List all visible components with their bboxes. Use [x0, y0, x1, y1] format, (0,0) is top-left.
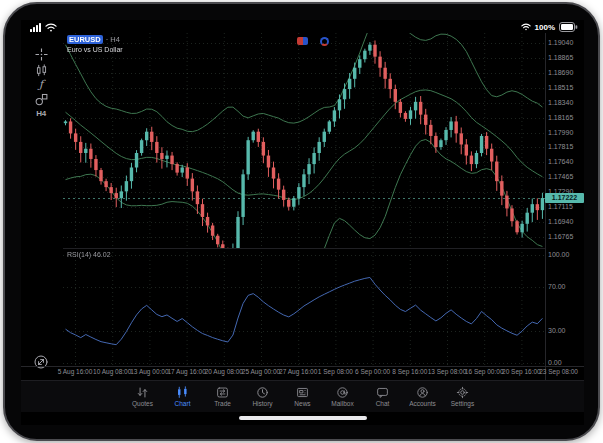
crosshair-icon	[35, 48, 48, 61]
price-tick-label: 1.17115	[548, 203, 573, 210]
tab-chart[interactable]: Chart	[166, 386, 200, 407]
price-tick-label: 1.16765	[548, 233, 573, 240]
indicator-function-icon: ƒ	[39, 80, 43, 90]
price-tick-label: 1.18690	[548, 69, 573, 76]
price-tick-label: 1.18515	[548, 84, 573, 91]
price-tick-label: 1.19040	[548, 39, 573, 46]
rsi-indicator-label: RSI(14) 46.02	[67, 251, 111, 258]
chart-type-button[interactable]	[25, 63, 57, 78]
crosshair-button[interactable]	[25, 47, 57, 62]
chart-candles-icon	[176, 386, 189, 399]
currency-flags-icon[interactable]	[297, 37, 308, 45]
time-tick-label: 5 Aug 16:00	[58, 368, 93, 375]
chart-toolbar: ƒ H4	[25, 34, 57, 414]
price-chart-canvas[interactable]	[63, 33, 545, 248]
quotes-arrows-icon	[136, 386, 149, 399]
tab-mailbox[interactable]: Mailbox	[326, 386, 360, 407]
symbol-description: Euro vs US Dollar	[67, 45, 123, 54]
price-tick-label: 1.18865	[548, 54, 573, 61]
rsi-tick-label: 100.00	[548, 251, 569, 258]
tab-settings[interactable]: Settings	[446, 386, 480, 407]
tab-quotes[interactable]: Quotes	[126, 386, 160, 407]
sessions-clock-icon[interactable]	[320, 37, 329, 46]
timeframe-button[interactable]: H4	[25, 106, 57, 121]
candlestick-type-icon	[35, 64, 48, 77]
time-tick-label: 17 Aug 16:00	[167, 368, 205, 375]
tab-history[interactable]: History	[246, 386, 280, 407]
settings-gear-icon	[456, 386, 469, 399]
time-tick-label: 16 Sep 00:00	[465, 368, 504, 375]
time-axis: 5 Aug 16:0010 Aug 08:0013 Aug 00:0017 Au…	[21, 368, 584, 379]
tab-chat[interactable]: Chat	[366, 386, 400, 407]
rsi-tick-label: 30.00	[548, 327, 566, 334]
chat-bubble-icon	[376, 386, 389, 399]
home-indicator[interactable]	[239, 416, 367, 420]
time-tick-label: 20 Sep 16:00	[502, 368, 541, 375]
time-tick-label: 1 Sep 08:00	[318, 368, 353, 375]
price-tick-label: 1.17815	[548, 143, 573, 150]
price-tick-label: 1.17990	[548, 129, 573, 136]
time-tick-label: 13 Sep 08:00	[428, 368, 467, 375]
rsi-tick-label: 0.00	[548, 359, 562, 366]
price-tick-label: 1.17465	[548, 173, 573, 180]
timeframe-label: H4	[36, 109, 46, 118]
rsi-tick-label: 70.00	[548, 283, 566, 290]
objects-button[interactable]	[25, 92, 57, 107]
screen: 100% ƒ	[21, 20, 584, 425]
price-tick-label: 1.16940	[548, 218, 573, 225]
time-tick-label: 23 Sep 08:00	[539, 368, 578, 375]
wifi-icon	[45, 23, 57, 32]
symbol-badge[interactable]: EURUSD	[67, 35, 103, 44]
news-newspaper-icon	[296, 386, 309, 399]
time-tick-label: 27 Aug 16:00	[279, 368, 317, 375]
status-bar: 100%	[21, 20, 584, 34]
cellular-signal-icon	[30, 23, 41, 32]
time-tick-label: 8 Sep 16:00	[392, 368, 427, 375]
time-tick-label: 10 Aug 08:00	[93, 368, 131, 375]
price-tick-label: 1.18165	[548, 114, 573, 121]
symbol-timeframe: · H4	[106, 35, 120, 44]
accounts-person-icon	[416, 386, 429, 399]
mailbox-at-icon	[336, 386, 349, 399]
tab-trade[interactable]: Trade	[206, 386, 240, 407]
chart-header: EURUSD · H4 Euro vs US Dollar	[67, 35, 123, 54]
trade-arrows-icon	[216, 386, 229, 399]
history-clock-icon	[256, 386, 269, 399]
tab-bar: Quotes Chart Trade Histor	[21, 380, 584, 412]
price-tick-label: 1.17640	[548, 158, 573, 165]
time-tick-label: 25 Aug 00:00	[242, 368, 280, 375]
time-tick-label: 20 Aug 08:00	[205, 368, 243, 375]
current-price-badge: 1.17222	[545, 193, 584, 203]
price-tick-label: 1.18340	[548, 99, 573, 106]
wifi-small-icon	[521, 23, 531, 31]
tab-news[interactable]: News	[286, 386, 320, 407]
indicators-button[interactable]: ƒ	[25, 77, 57, 92]
pane-separator	[63, 248, 545, 249]
time-axis-separator	[21, 366, 584, 367]
ipad-frame: 100% ƒ	[3, 2, 600, 441]
time-tick-label: 13 Aug 00:00	[130, 368, 168, 375]
objects-shapes-icon	[35, 93, 48, 106]
time-tick-label: 6 Sep 00:00	[355, 368, 390, 375]
tab-accounts[interactable]: Accounts	[406, 386, 440, 407]
rsi-chart-canvas[interactable]	[63, 248, 545, 366]
